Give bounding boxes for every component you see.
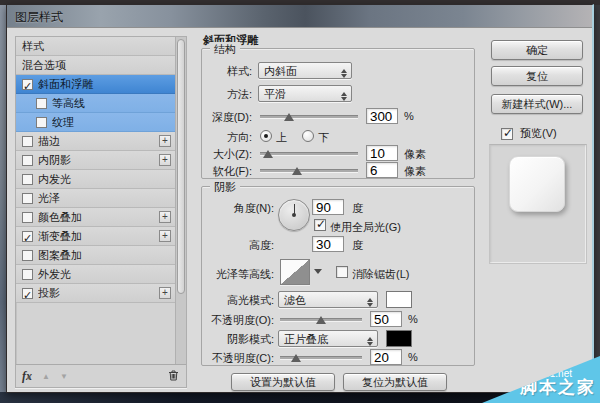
highlight-color-swatch[interactable] [386, 291, 412, 308]
gloss-contour-label: 光泽等高线: [202, 267, 274, 282]
style-list-item[interactable]: 图案叠加 [16, 246, 175, 265]
style-list-item[interactable]: 外发光 [16, 265, 175, 284]
new-style-button[interactable]: 新建样式(W)... [491, 94, 583, 114]
effect-checkbox[interactable] [22, 231, 33, 242]
shadow-mode-dropdown[interactable]: 正片叠底 [278, 330, 378, 347]
effect-checkbox[interactable] [22, 250, 33, 261]
global-light-label: 使用全局光(G) [330, 220, 401, 235]
highlight-mode-dropdown[interactable]: 滤色 [278, 291, 378, 308]
add-effect-button[interactable]: + [159, 135, 171, 147]
style-list-item[interactable]: 渐变叠加+ [16, 227, 175, 246]
style-list-item[interactable]: 内阴影+ [16, 151, 175, 170]
reset-default-button[interactable]: 复位为默认值 [343, 373, 447, 391]
dialog-titlebar[interactable]: 图层样式 [7, 5, 592, 28]
style-list-item[interactable]: 斜面和浮雕 [16, 75, 175, 94]
style-list-item[interactable]: 投影+ [16, 284, 175, 303]
style-list-item-label: 光泽 [38, 189, 175, 207]
technique-value: 平滑 [264, 88, 286, 100]
delete-effect-button[interactable] [167, 369, 180, 384]
direction-down-radio[interactable] [302, 130, 314, 142]
direction-up-label: 上 [276, 130, 287, 145]
ok-button[interactable]: 确定 [491, 40, 583, 60]
slider-thumb[interactable] [292, 167, 302, 175]
direction-label: 方向: [202, 130, 252, 145]
scrollbar-thumb[interactable] [177, 39, 185, 294]
style-row: 样式: 内斜面 [202, 62, 474, 79]
shadow-opacity-slider[interactable] [280, 351, 362, 364]
shadow-opacity-label: 不透明度(C): [202, 351, 274, 366]
angle-unit: 度 [352, 201, 363, 216]
highlight-mode-value: 滤色 [284, 294, 306, 306]
angle-label: 角度(N): [202, 201, 274, 216]
move-effect-up-button[interactable]: ▲ [42, 372, 50, 381]
soften-slider[interactable] [260, 164, 358, 177]
preview-checkbox[interactable] [501, 128, 513, 140]
effect-checkbox[interactable] [22, 193, 33, 204]
size-slider[interactable] [260, 147, 358, 160]
add-effect-button[interactable]: + [159, 287, 171, 299]
soften-input[interactable] [366, 162, 398, 178]
fx-menu-button[interactable]: fx▼ [22, 369, 32, 384]
highlight-opacity-row: 不透明度(O): % [202, 311, 474, 328]
technique-label: 方法: [202, 87, 252, 102]
gloss-contour-picker[interactable] [280, 259, 310, 285]
highlight-opacity-slider[interactable] [280, 313, 362, 326]
shading-group: 阴影 角度(N): 度 使用全局光(G) 高度: 度 [201, 186, 475, 366]
effect-checkbox[interactable] [22, 174, 33, 185]
contour-dropdown-arrow-icon[interactable] [314, 269, 322, 278]
effect-checkbox[interactable] [36, 98, 47, 109]
shadow-opacity-input[interactable] [370, 349, 402, 365]
technique-dropdown[interactable]: 平滑 [258, 85, 352, 102]
angle-dial-hub [292, 213, 296, 217]
style-list-item[interactable]: 纹理 [16, 113, 175, 132]
add-effect-button[interactable]: + [159, 230, 171, 242]
structure-group: 结构 样式: 内斜面 方法: 平滑 深度(D): [201, 48, 475, 179]
antialias-checkbox[interactable] [336, 266, 348, 278]
effect-checkbox[interactable] [22, 269, 33, 280]
effect-checkbox[interactable] [22, 212, 33, 223]
move-effect-down-button[interactable]: ▼ [60, 372, 68, 381]
add-effect-button[interactable]: + [159, 211, 171, 223]
depth-unit: % [404, 110, 414, 122]
effect-checkbox[interactable] [22, 79, 33, 90]
add-effect-button[interactable]: + [159, 154, 171, 166]
effect-checkbox[interactable] [22, 288, 33, 299]
structure-legend: 结构 [210, 42, 240, 57]
direction-up-radio[interactable] [260, 130, 272, 142]
highlight-opacity-input[interactable] [370, 311, 402, 327]
style-list-footer: fx▼ ▲ ▼ [16, 364, 186, 387]
size-input[interactable] [366, 145, 398, 161]
style-list-item[interactable]: 光泽 [16, 189, 175, 208]
dialog-content: 样式混合选项斜面和浮雕等高线纹理描边+内阴影+内发光光泽颜色叠加+渐变叠加+图案… [7, 28, 592, 392]
slider-thumb[interactable] [316, 316, 326, 324]
effect-checkbox[interactable] [36, 117, 47, 128]
style-list-item[interactable]: 等高线 [16, 94, 175, 113]
style-list-item[interactable]: 内发光 [16, 170, 175, 189]
set-default-button[interactable]: 设置为默认值 [231, 373, 335, 391]
slider-thumb[interactable] [263, 150, 273, 158]
highlight-mode-label: 高光模式: [202, 293, 274, 308]
effect-checkbox[interactable] [22, 155, 33, 166]
slider-thumb[interactable] [284, 113, 294, 121]
style-list-item-label: 混合选项 [22, 56, 175, 74]
angle-input[interactable] [312, 199, 344, 215]
style-list-item[interactable]: 样式 [16, 37, 175, 56]
depth-input[interactable] [366, 108, 398, 124]
depth-row: 深度(D): % [202, 108, 474, 125]
style-list-scrollbar[interactable] [175, 37, 186, 364]
global-light-checkbox[interactable] [314, 219, 326, 231]
reset-button[interactable]: 复位 [491, 66, 583, 86]
style-list-item[interactable]: 混合选项 [16, 56, 175, 75]
shadow-opacity-row: 不透明度(C): % [202, 349, 474, 366]
shading-legend: 阴影 [210, 180, 240, 195]
style-list-item-label: 投影 [38, 284, 159, 302]
technique-row: 方法: 平滑 [202, 85, 474, 102]
style-list-item[interactable]: 颜色叠加+ [16, 208, 175, 227]
style-list-item[interactable]: 描边+ [16, 132, 175, 151]
slider-thumb[interactable] [291, 354, 301, 362]
bevel-style-dropdown[interactable]: 内斜面 [258, 62, 352, 79]
effect-checkbox[interactable] [22, 136, 33, 147]
shadow-color-swatch[interactable] [386, 330, 412, 347]
altitude-input[interactable] [312, 236, 344, 252]
depth-slider[interactable] [260, 110, 358, 123]
